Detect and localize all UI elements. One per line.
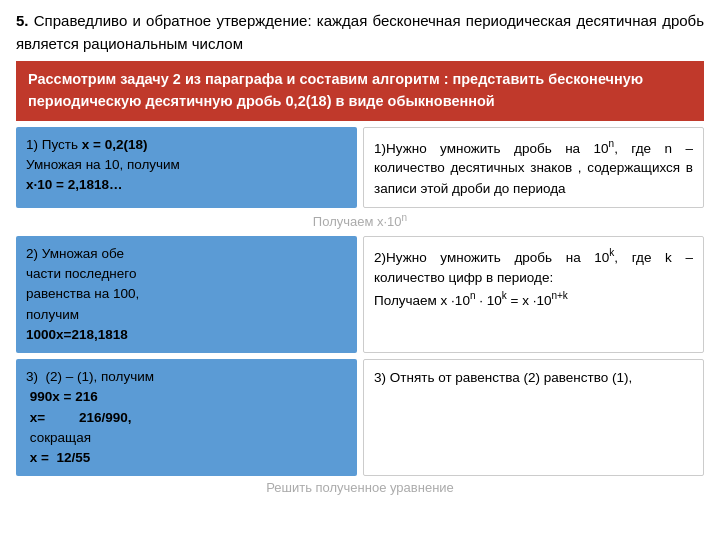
row3: 3) (2) – (1), получим 990x = 216 x= 216/… — [16, 359, 704, 476]
item-number: 5. — [16, 12, 29, 29]
overlay1-text: Получаем x·10n — [16, 210, 704, 231]
page-container: 5. Справедливо и обратное утверждение: к… — [0, 0, 720, 540]
intro-paragraph: 5. Справедливо и обратное утверждение: к… — [16, 10, 704, 55]
highlight-text: Рассмотрим задачу 2 из параграфа и соста… — [28, 71, 643, 109]
overlay-row1: Получаем x·10n — [16, 210, 704, 230]
intro-text: Справедливо и обратное утверждение: кажд… — [16, 12, 704, 52]
card3-right: 3) Отнять от равенства (2) равенство (1)… — [363, 359, 704, 476]
card2-right: 2)Нужно умножить дробь на 10k, где k – к… — [363, 236, 704, 353]
overlay-row2: Решить полученное уравнение — [16, 478, 704, 498]
card1-left: 1) Пусть x = 0,2(18) Умножая на 10, полу… — [16, 127, 357, 208]
card2-left: 2) Умножая обе части последнего равенств… — [16, 236, 357, 353]
overlay2-text: Решить полученное уравнение — [16, 478, 704, 497]
card1-right: 1)Нужно умножить дробь на 10n, где n – к… — [363, 127, 704, 208]
highlight-box: Рассмотрим задачу 2 из параграфа и соста… — [16, 61, 704, 121]
row1: 1) Пусть x = 0,2(18) Умножая на 10, полу… — [16, 127, 704, 208]
row2: 2) Умножая обе части последнего равенств… — [16, 236, 704, 353]
card3-left: 3) (2) – (1), получим 990x = 216 x= 216/… — [16, 359, 357, 476]
